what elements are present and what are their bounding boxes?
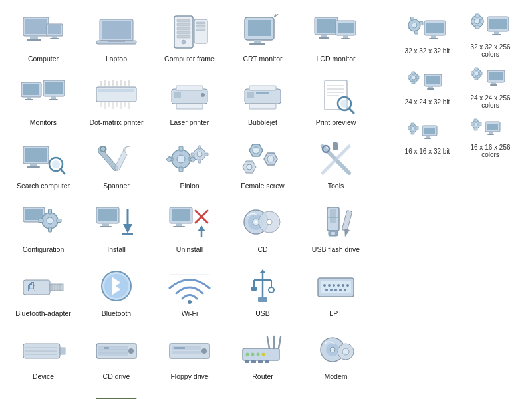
icon-cell-monitors[interactable]: Monitors — [7, 70, 80, 134]
svg-rect-100 — [198, 160, 201, 163]
icon-cell-sound-card[interactable]: Sound card — [226, 388, 299, 399]
icon-cell-uninstall[interactable]: Uninstall — [153, 198, 226, 261]
svg-rect-70 — [249, 104, 276, 109]
svg-rect-313 — [428, 86, 433, 88]
icon-cell-usb[interactable]: USB — [226, 261, 299, 325]
svg-line-207 — [279, 337, 281, 348]
icon-cell-bluetooth[interactable]: Bluetooth — [80, 261, 153, 325]
svg-rect-3 — [27, 39, 41, 41]
icon-cell-bluetooth-adapter[interactable]: ⎙ Bluetooth-adapter — [7, 261, 80, 325]
print-preview-icon — [313, 76, 359, 116]
svg-point-141 — [267, 219, 272, 225]
icon-cell-computer-frame[interactable]: Computer frame — [153, 7, 226, 70]
usb-icon — [239, 267, 286, 307]
svg-rect-46 — [98, 89, 134, 92]
svg-rect-342 — [487, 124, 498, 130]
icon-cell-floppy-drive[interactable]: Floppy drive — [153, 325, 226, 388]
female-screw-label: Female screw — [241, 182, 284, 191]
icon-cell-video-card[interactable]: Video card — [299, 388, 372, 399]
svg-point-199 — [201, 348, 207, 354]
icon-cell-motherboard[interactable]: Motherboard — [80, 388, 153, 399]
size-label-16-256: 16 x 16 x 256 colors — [462, 144, 519, 158]
svg-rect-122 — [98, 209, 117, 221]
svg-rect-302 — [489, 19, 507, 29]
icon-cell-laser-printer[interactable]: Laser printer — [153, 70, 226, 134]
icon-cell-female-screw[interactable]: Female screw — [226, 134, 299, 198]
icon-cell-install[interactable]: Install — [80, 198, 153, 261]
svg-rect-294 — [429, 38, 438, 39]
svg-point-192 — [128, 348, 134, 354]
svg-rect-188 — [98, 346, 128, 356]
icon-cell-device[interactable]: Device — [7, 325, 80, 388]
svg-rect-21 — [196, 25, 205, 27]
computer-frame-label: Computer frame — [164, 55, 215, 64]
print-preview-label: Print preview — [316, 118, 356, 128]
svg-point-86 — [52, 160, 60, 168]
svg-rect-92 — [179, 167, 183, 172]
svg-rect-84 — [27, 166, 40, 168]
router-icon — [239, 330, 286, 370]
uninstall-label: Uninstall — [176, 245, 203, 255]
svg-rect-318 — [475, 77, 478, 80]
icon-cell-computer[interactable]: Computer — [7, 7, 80, 70]
svg-rect-143 — [330, 209, 336, 223]
icon-cell-print-preview[interactable]: Print preview — [299, 70, 372, 134]
svg-point-306 — [412, 76, 416, 80]
bluetooth-adapter-icon: ⎙ — [20, 267, 66, 307]
svg-rect-43 — [51, 96, 56, 99]
svg-rect-91 — [179, 146, 183, 151]
size-icon-16-256 — [471, 118, 511, 142]
icon-cell-dot-matrix[interactable]: Dot-matrix printer — [80, 70, 153, 134]
svg-rect-129 — [172, 209, 190, 221]
icon-cell-configuration[interactable]: Configuration — [7, 198, 80, 261]
svg-rect-34 — [338, 23, 354, 33]
svg-rect-36 — [341, 38, 350, 39]
svg-rect-339 — [471, 122, 473, 126]
projector-icon — [20, 394, 66, 399]
svg-rect-297 — [475, 14, 479, 17]
icon-cell-cd[interactable]: CD — [226, 198, 299, 261]
svg-point-90 — [177, 155, 185, 163]
size-item-24-256[interactable]: 24 x 24 x 256 colors — [462, 67, 519, 109]
svg-rect-20 — [196, 22, 205, 24]
svg-rect-130 — [176, 223, 182, 226]
size-icon-24-256 — [471, 67, 511, 92]
icon-cell-cd-drive[interactable]: CD drive — [80, 325, 153, 388]
icon-cell-pinion[interactable]: Pinion — [153, 134, 226, 198]
size-item-16-32bit[interactable]: 16 x 16 x 32 bit — [399, 122, 456, 155]
icon-cell-wifi[interactable]: Wi-Fi — [153, 261, 226, 325]
svg-point-326 — [411, 126, 414, 130]
svg-rect-332 — [424, 128, 435, 134]
icon-cell-lpt[interactable]: LPT — [299, 261, 372, 325]
svg-rect-168 — [258, 297, 267, 302]
size-label-32-256: 32 x 32 x 256 colors — [462, 43, 519, 58]
size-item-32-32bit[interactable]: 32 x 32 x 32 bit — [399, 17, 456, 55]
crt-monitor-icon — [239, 12, 286, 52]
icon-cell-bubblejet[interactable]: Bubblejet — [226, 70, 299, 134]
svg-rect-24 — [248, 20, 271, 36]
icon-cell-spanner[interactable]: Spanner — [80, 134, 153, 198]
dot-matrix-label: Dot-matrix printer — [89, 118, 143, 128]
icon-cell-modem[interactable]: Modem — [299, 325, 372, 388]
icon-cell-projector[interactable]: Projector — [7, 388, 80, 399]
icon-cell-router[interactable]: Router — [226, 325, 299, 388]
female-screw-icon — [239, 139, 286, 179]
size-item-24-32bit[interactable]: 24 x 24 x 32 bit — [399, 71, 456, 106]
icon-cell-tools[interactable]: Tools — [299, 134, 372, 198]
search-computer-label: Search computer — [17, 182, 70, 191]
icon-cell-laptop[interactable]: Laptop — [80, 7, 153, 70]
icon-cell-lcd-monitor[interactable]: LCD monitor — [299, 7, 372, 70]
svg-rect-293 — [431, 35, 436, 38]
icon-cell-crt-monitor[interactable]: CRT monitor — [226, 7, 299, 70]
size-label-24-256: 24 x 24 x 256 colors — [462, 94, 519, 109]
icon-cell-usb-flash[interactable]: USB flash drive — [299, 198, 372, 261]
svg-rect-22 — [196, 29, 205, 31]
svg-rect-1 — [25, 19, 47, 34]
svg-point-139 — [255, 221, 257, 223]
icon-cell-network-card[interactable]: Network card — [153, 388, 226, 399]
icon-cell-search-computer[interactable]: Search computer — [7, 134, 80, 198]
size-item-16-256[interactable]: 16 x 16 x 256 colors — [462, 118, 519, 158]
size-item-32-256[interactable]: 32 x 32 x 256 colors — [462, 13, 519, 58]
svg-marker-135 — [198, 225, 205, 231]
search-computer-icon — [20, 139, 66, 179]
